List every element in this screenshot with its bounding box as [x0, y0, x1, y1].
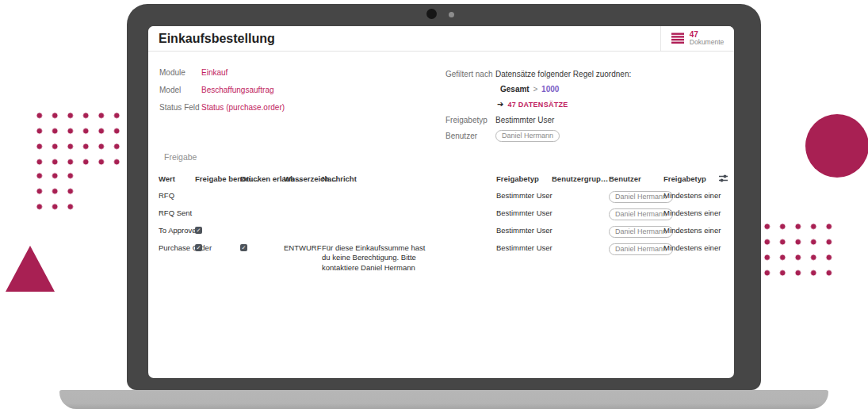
documents-button[interactable]: 47 Dokumente [660, 26, 734, 51]
records-link[interactable]: ➔ 47 DATENSÄTZE [497, 100, 568, 109]
cell-benutzergruppe [552, 223, 609, 226]
col-drucken-erlaubt[interactable]: Drucken erlaub… [240, 174, 284, 183]
optional-columns-icon[interactable] [713, 174, 728, 182]
cell-freigabetyp-2: Mindestens einer [663, 240, 713, 252]
approval-type-label: Freigabetyp [445, 116, 488, 124]
laptop-base [59, 390, 828, 409]
app-window: Einkaufsbestellung 47 Dokumente Module E… [148, 26, 734, 378]
dot-grid-right [759, 219, 837, 281]
cell-freigabetyp: Bestimmter User [496, 188, 552, 200]
cell-benutzergruppe [552, 240, 609, 243]
rule-field: Gesamt [500, 85, 530, 94]
table-row[interactable]: RFQ Sent ✓ ✓ Bestimmter User Daniel Herm… [159, 205, 728, 223]
col-benutzer[interactable]: Benutzer [609, 174, 663, 183]
cell-freigabetyp-2: Mindestens einer [663, 223, 713, 235]
col-wasserzeichen[interactable]: Wasserzeich… [284, 174, 322, 183]
dot-grid-left-bottom [32, 168, 78, 215]
page-title: Einkaufsbestellung [159, 32, 275, 46]
cell-nachricht [322, 188, 427, 191]
arrow-right-icon: ➔ [497, 100, 503, 109]
tab-freigabe[interactable]: Freigabe [164, 152, 197, 162]
cell-wert: RFQ [159, 188, 195, 200]
cell-nachricht [322, 223, 427, 226]
cell-nachricht: Für diese Einkaufssumme hast du keine Be… [322, 240, 427, 273]
col-freigabetyp-2[interactable]: Freigabetyp [663, 174, 713, 183]
model-value-link[interactable]: Beschaffungsauftrag [201, 86, 274, 94]
model-label: Model [159, 86, 181, 94]
col-wert[interactable]: Wert [159, 174, 195, 183]
laptop-frame: Einkaufsbestellung 47 Dokumente Module E… [127, 4, 761, 390]
circle-decoration [805, 114, 868, 178]
approval-type-value: Bestimmter User [495, 116, 554, 124]
rule-value: 1000 [541, 85, 559, 94]
cell-wasserzeichen: ENTWURF [284, 240, 322, 252]
cell-freigabetyp-2: Mindestens einer [663, 205, 713, 217]
col-freigabe-benoetigt[interactable]: Freigabe benöti… [195, 174, 240, 183]
col-freigabetyp[interactable]: Freigabetyp [496, 174, 552, 183]
user-tag[interactable]: Daniel Hermann [495, 130, 560, 142]
checkbox-drucken-erlaubt[interactable]: ✓ [240, 244, 247, 251]
col-nachricht[interactable]: Nachricht [322, 174, 496, 183]
status-field-label: Status Feld [159, 103, 200, 112]
cell-wasserzeichen [284, 205, 322, 208]
filter-rule[interactable]: Gesamt > 1000 [500, 85, 559, 94]
user-label: Benutzer [445, 132, 477, 140]
table-row[interactable]: To Approve ✓ ✓ Bestimmter User Daniel He… [159, 223, 728, 240]
dot-grid-left-top [32, 108, 124, 170]
cell-freigabetyp: Bestimmter User [496, 240, 552, 252]
checkbox-freigabe-benoetigt[interactable]: ✓ [195, 244, 202, 251]
module-value-link[interactable]: Einkauf [201, 68, 228, 77]
cell-wasserzeichen [284, 188, 322, 191]
app-header: Einkaufsbestellung 47 Dokumente [148, 26, 734, 52]
triangle-decoration [6, 246, 55, 292]
cell-wert: Purchase Order [159, 240, 195, 252]
cell-nachricht [322, 205, 427, 208]
col-benutzergruppe[interactable]: Benutzergrup… [552, 174, 609, 183]
cell-benutzergruppe [552, 188, 609, 191]
cell-wert: RFQ Sent [159, 205, 195, 217]
filtered-by-label: Gefiltert nach [445, 70, 492, 78]
cell-freigabetyp: Bestimmter User [496, 205, 552, 217]
checkbox-freigabe-benoetigt[interactable]: ✓ [195, 227, 202, 234]
records-count-text: 47 DATENSÄTZE [507, 101, 568, 109]
camera-dot [426, 9, 437, 19]
filter-rule-text: Datensätze folgender Regel zuordnen: [495, 70, 631, 78]
table-row[interactable]: RFQ ✓ ✓ Bestimmter User Daniel Hermann M… [159, 188, 728, 205]
table-header-row: Wert Freigabe benöti… Drucken erlaub… Wa… [159, 169, 728, 188]
stacked-list-icon [671, 32, 685, 44]
camera-led-dot [449, 12, 454, 17]
rule-operator: > [531, 85, 539, 94]
cell-freigabetyp: Bestimmter User [496, 223, 552, 235]
approval-table: Wert Freigabe benöti… Drucken erlaub… Wa… [159, 169, 728, 273]
cell-wert: To Approve [159, 223, 195, 235]
cell-wasserzeichen [284, 223, 322, 226]
module-label: Module [159, 68, 185, 77]
cell-benutzergruppe [552, 205, 609, 208]
table-row[interactable]: Purchase Order ✓ ✓ ENTWURF Für diese Ein… [159, 240, 728, 273]
documents-label: Dokumente [690, 39, 724, 46]
status-field-value-link[interactable]: Status (purchase.order) [201, 103, 285, 112]
cell-freigabetyp-2: Mindestens einer [663, 188, 713, 200]
